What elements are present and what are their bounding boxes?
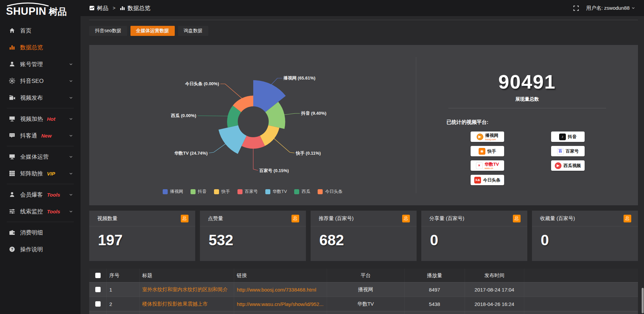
sidebar-item[interactable]: 会员爆客 Tools: [0, 186, 80, 203]
main-area: 树品 > 数据总览 用户名: zswodun88 抖音seo数据 全媒体运营数据: [80, 0, 644, 314]
sliders-icon: [9, 208, 15, 214]
bar-chart-icon: [120, 5, 125, 11]
total-badge[interactable]: 总: [181, 215, 189, 222]
select-all-checkbox[interactable]: [95, 273, 101, 278]
platform-badge[interactable]: 头条 今日头条: [471, 175, 504, 185]
sidebar-item-badge: Tools: [47, 192, 60, 198]
data-tabs: 抖音seo数据 全媒体运营数据 询盘数据: [89, 26, 638, 36]
total-badge[interactable]: 总: [513, 215, 521, 222]
legend-swatch: [294, 189, 299, 194]
sidebar-item[interactable]: 账号管理: [0, 56, 80, 72]
home-icon: [9, 28, 15, 34]
breadcrumb-root[interactable]: 树品: [97, 4, 108, 12]
total-badge[interactable]: 总: [624, 215, 631, 222]
sidebar-item[interactable]: 消费明细: [0, 224, 80, 241]
breadcrumb-separator: >: [113, 5, 115, 11]
legend-label: 华数TV: [273, 189, 287, 195]
sidebar-item[interactable]: 视频加热 Hot: [0, 110, 80, 127]
sidebar-item[interactable]: 线索监控 Tools: [0, 203, 80, 220]
pie-label: 今日头条 (0.00%): [185, 81, 219, 86]
overview-panel: 播视网 (65.61%)抖音 (9.40%)快手 (0.11%)百家号 (0.1…: [89, 45, 638, 205]
legend-swatch: [214, 189, 219, 194]
sidebar-item[interactable]: 数据总览: [0, 39, 80, 56]
sidebar-item-label: 首页: [20, 27, 32, 35]
sidebar-item-label: 会员爆客: [20, 191, 43, 199]
legend-swatch: [237, 189, 243, 194]
legend-label: 抖音: [198, 189, 207, 195]
video-url-link[interactable]: http://www.boosj.com/7338468.html: [234, 282, 327, 297]
legend-swatch: [318, 189, 323, 194]
platform-badge[interactable]: ▶ 播视网 boosj.com: [471, 132, 504, 142]
legend-item[interactable]: 播视网: [163, 189, 183, 195]
platform-logo-icon: ▶: [555, 162, 561, 169]
platform-badge[interactable]: ☀ 华数TV wasu.cn: [471, 160, 504, 171]
legend-item[interactable]: 抖音: [191, 189, 207, 195]
sidebar-item[interactable]: 抖客通 New: [0, 127, 80, 144]
breadcrumb-current: 数据总览: [127, 4, 150, 12]
chevron-down-icon: [69, 193, 73, 197]
logo-arc: [6, 2, 50, 6]
platform-logo-icon: ◉: [479, 148, 485, 155]
legend-item[interactable]: 西瓜: [294, 189, 310, 195]
row-checkbox[interactable]: [95, 287, 101, 292]
sidebar-item[interactable]: 全媒体运营: [0, 148, 80, 165]
video-title-link[interactable]: 楼体投影灯投影效果震撼上市: [140, 297, 234, 311]
platform-badge[interactable]: ◉ 快手: [471, 146, 504, 156]
sidebar-item[interactable]: 抖音SEO: [0, 72, 80, 89]
chevron-down-icon: [69, 209, 73, 214]
total-badge[interactable]: 总: [291, 215, 299, 222]
legend-item[interactable]: 百家号: [237, 189, 258, 195]
chevron-down-icon: [69, 134, 73, 138]
sidebar-item-badge: New: [41, 133, 52, 139]
sidebar-item[interactable]: ? 操作说明: [0, 241, 80, 258]
sidebar-menu: 首页 数据总览 账号管理 抖音SEO: [0, 22, 80, 258]
video-url-link[interactable]: http://www.wasu.cn/Play/show/id/952...: [234, 297, 327, 311]
sidebar-item[interactable]: 视频发布: [0, 89, 80, 106]
platform-badge[interactable]: ♪ 抖音: [551, 132, 585, 142]
pie-label-line: [209, 144, 225, 153]
stat-card-title: 收藏量 (百家号): [540, 215, 575, 222]
legend-swatch: [163, 189, 168, 194]
stat-card-title: 推荐量 (百家号): [319, 215, 354, 222]
logo-text-zh: 树品: [49, 6, 67, 18]
user-menu[interactable]: 用户名: zswodun88: [586, 5, 635, 11]
tab[interactable]: 全媒体运营数据: [130, 26, 175, 36]
pie-label: 抖音 (9.40%): [301, 111, 326, 116]
legend-item[interactable]: 快手: [214, 189, 230, 195]
pie-label-line: [198, 116, 228, 116]
legend-item[interactable]: 华数TV: [265, 189, 287, 195]
sidebar: SHUPIN 树品 首页 数据总览 账号管理: [0, 0, 80, 314]
legend-item[interactable]: 今日头条: [318, 189, 342, 195]
platform-badge[interactable]: 百 百家号: [551, 146, 585, 156]
total-impressions-label: 展现量总数: [416, 96, 638, 102]
sidebar-item-badge: VIP: [47, 171, 55, 176]
rose-pie-chart: 播视网 (65.61%)抖音 (9.40%)快手 (0.11%)百家号 (0.1…: [89, 45, 416, 193]
platform-name: 今日头条: [483, 178, 500, 182]
row-views: 5438: [405, 297, 465, 311]
video-title-link[interactable]: 室外水纹灯和室内水纹灯的区别和简介: [140, 282, 234, 297]
platform-logo-icon: 头条: [474, 177, 481, 184]
col-header-platform: 平台: [327, 269, 405, 282]
fullscreen-icon[interactable]: [573, 5, 579, 11]
sidebar-item[interactable]: 首页: [0, 22, 80, 39]
chevron-down-icon: [69, 117, 73, 121]
gear-icon: [9, 78, 15, 84]
row-checkbox[interactable]: [95, 301, 101, 307]
svg-text:?: ?: [11, 247, 13, 251]
legend-swatch: [191, 189, 196, 194]
table-row: 1 室外水纹灯和室内水纹灯的区别和简介 http://www.boosj.com…: [89, 282, 638, 297]
platform-name: 百家号: [566, 149, 579, 153]
sidebar-item[interactable]: 矩阵助推 VIP: [0, 165, 80, 182]
col-header-views: 播放量: [405, 269, 465, 282]
platform-badge[interactable]: ▶ 西瓜视频: [551, 160, 585, 171]
stat-card-value: 532: [200, 226, 306, 249]
tab[interactable]: 抖音seo数据: [89, 26, 127, 36]
pie-label: 百家号 (0.15%): [259, 168, 289, 173]
tab[interactable]: 询盘数据: [178, 26, 208, 36]
page-scrollbar-thumb[interactable]: [642, 288, 644, 313]
pie-slice-华数TV[interactable]: [218, 125, 247, 154]
total-badge[interactable]: 总: [402, 215, 410, 222]
row-published: 2018-04-26 16:24: [465, 297, 524, 311]
pie-label: 西瓜 (0.00%): [171, 113, 196, 118]
platform-logo-icon: ♪: [559, 134, 566, 140]
